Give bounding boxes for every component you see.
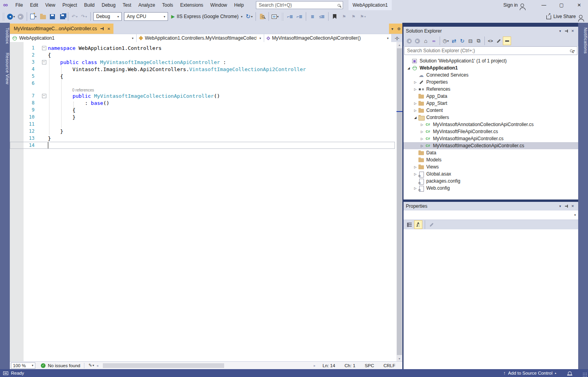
close-icon[interactable]: ✕ xyxy=(107,27,110,31)
tree-item[interactable]: ▷C#MyVintasoftImageApiController.cs xyxy=(404,135,578,142)
new-project-button[interactable]: ▾ xyxy=(29,12,38,21)
tree-item[interactable]: ▷Web.config xyxy=(404,185,578,192)
scroll-up-icon[interactable]: ▲ xyxy=(396,42,402,48)
indent-button[interactable]: ≣ xyxy=(308,12,317,21)
collapse-all-button[interactable]: ⊟ xyxy=(466,37,475,45)
solution-explorer-search-input[interactable] xyxy=(407,48,570,53)
window-position-menu-icon[interactable]: ▾ xyxy=(557,204,563,208)
menu-item-help[interactable]: Help xyxy=(231,0,248,10)
member-dropdown[interactable]: MyVintasoftImageCollectionApiController(… xyxy=(264,34,392,42)
sync-with-active-document-button[interactable]: ⇄ xyxy=(450,37,458,45)
tool-window-tab-resource-view[interactable]: Resource View xyxy=(0,49,10,88)
tree-item[interactable]: Connected Services xyxy=(404,71,578,79)
tree-item[interactable]: ▷References xyxy=(404,86,578,93)
tree-item[interactable]: ▷C#MyVintasoftFileApiController.cs xyxy=(404,128,578,135)
tree-collapsed-arrow-icon[interactable]: ▷ xyxy=(419,137,425,141)
show-all-files-button[interactable] xyxy=(495,37,503,45)
tree-item[interactable]: ▷C#MyVintasoftAnnotationCollectionApiCon… xyxy=(404,121,578,128)
code-line-7[interactable]: 7 public MyVintasoftImageCollectionApiCo… xyxy=(10,92,396,99)
code-cleanup-icon[interactable]: ✎ xyxy=(88,363,92,368)
preview-selected-items-button[interactable] xyxy=(503,37,511,45)
navigate-back-button[interactable]: ◄▾ xyxy=(7,12,15,21)
tree-item[interactable]: ▷C#MyVintasoftImageCollectionApiControll… xyxy=(404,142,578,149)
properties-grid[interactable] xyxy=(404,229,578,369)
scroll-left-icon[interactable]: ◂ xyxy=(97,364,99,368)
fold-collapse-icon[interactable] xyxy=(40,60,48,64)
scrollbar-thumb[interactable] xyxy=(103,363,224,368)
scroll-down-icon[interactable]: ▼ xyxy=(396,356,402,361)
pin-icon[interactable] xyxy=(563,204,570,208)
minimize-button[interactable]: — xyxy=(535,0,553,10)
spaces-indicator[interactable]: SPC xyxy=(365,363,374,368)
categorized-button[interactable] xyxy=(405,220,413,229)
menu-item-debug[interactable]: Debug xyxy=(98,0,119,10)
refresh-button[interactable]: ↻ xyxy=(458,37,466,45)
toolbar-grip[interactable] xyxy=(2,13,5,20)
outdent-button[interactable]: ≤≣ xyxy=(318,12,326,21)
code-line-8[interactable]: 8 : base() xyxy=(10,99,396,106)
horizontal-scrollbar[interactable] xyxy=(101,363,310,368)
tree-collapsed-arrow-icon[interactable]: ▷ xyxy=(413,102,418,105)
properties-title-bar[interactable]: Properties ▾ ✕ xyxy=(404,202,578,210)
line-indicator[interactable]: Ln: 14 xyxy=(323,363,335,368)
home-button[interactable]: ⌂ xyxy=(422,37,430,45)
toolbar-grip[interactable] xyxy=(281,13,284,20)
navigate-forward-button[interactable]: ► xyxy=(16,12,25,21)
code-lines[interactable]: 1namespace WebApplication1.Controllers2{… xyxy=(10,44,396,149)
tree-collapsed-arrow-icon[interactable]: ▷ xyxy=(413,88,418,91)
properties-shortcut-button[interactable]: ⧉ xyxy=(475,37,483,45)
tree-item[interactable]: ▷App_Start xyxy=(404,100,578,107)
code-line-10[interactable]: 10 } xyxy=(10,113,396,121)
pin-icon[interactable] xyxy=(563,29,570,33)
tree-item[interactable]: ◢Controllers xyxy=(404,114,578,121)
type-dropdown[interactable]: WebApplication1.Controllers.MyVintasoftI… xyxy=(137,34,264,42)
tree-item[interactable]: packages.config xyxy=(404,178,578,185)
code-line-1[interactable]: 1namespace WebApplication1.Controllers xyxy=(10,44,396,51)
save-button[interactable] xyxy=(48,12,57,21)
solution-explorer-title-bar[interactable]: Solution Explorer ▾ ✕ xyxy=(404,27,578,35)
line-ending-indicator[interactable]: CRLF xyxy=(383,363,395,368)
code-line-11[interactable]: 11 xyxy=(10,121,396,128)
tab-options-gear-button[interactable]: ⚙ xyxy=(396,24,402,34)
split-window-button[interactable]: ▴▾ xyxy=(392,34,402,42)
new-item-button[interactable]: ⌐≣ xyxy=(286,12,294,21)
sign-in-button[interactable]: Sign in xyxy=(499,0,528,10)
tree-collapsed-arrow-icon[interactable]: ▷ xyxy=(419,130,425,134)
menu-item-build[interactable]: Build xyxy=(80,0,98,10)
window-position-menu-icon[interactable]: ▾ xyxy=(557,29,563,33)
close-icon[interactable]: ✕ xyxy=(570,29,576,33)
code-line-4[interactable]: 4 Vintasoft.Imaging.Web.Api2Controllers.… xyxy=(10,66,396,73)
menu-item-edit[interactable]: Edit xyxy=(26,0,42,10)
tree-collapsed-arrow-icon[interactable]: ▷ xyxy=(413,81,418,84)
column-indicator[interactable]: Ch: 1 xyxy=(345,363,356,368)
menu-item-file[interactable]: File xyxy=(12,0,26,10)
tree-collapsed-arrow-icon[interactable]: ▷ xyxy=(413,187,418,190)
tree-expanded-arrow-icon[interactable]: ◢ xyxy=(406,66,411,70)
menu-item-extensions[interactable]: Extensions xyxy=(177,0,207,10)
save-all-button[interactable] xyxy=(57,12,66,21)
code-line-12[interactable]: 12 } xyxy=(10,128,396,135)
redo-button[interactable]: ↷▾ xyxy=(80,12,88,21)
document-tab[interactable]: MyVintasoftImageC...onApiController.cs ✕ xyxy=(10,24,113,34)
tab-overflow-button[interactable]: ▾ xyxy=(389,24,396,34)
issues-status-label[interactable]: No issues found xyxy=(48,363,80,368)
code-editor[interactable]: 1namespace WebApplication1.Controllers2{… xyxy=(10,42,402,361)
scroll-right-icon[interactable]: ▸ xyxy=(314,364,316,368)
code-line-14[interactable]: 14 xyxy=(10,142,395,149)
find-in-files-button[interactable] xyxy=(258,12,267,21)
tree-item[interactable]: ▷Views xyxy=(404,163,578,170)
fold-collapse-icon[interactable] xyxy=(40,94,48,98)
menu-item-window[interactable]: Window xyxy=(207,0,231,10)
tree-item[interactable]: ◢WebApplication1 xyxy=(404,64,578,71)
forward-button[interactable]: ► xyxy=(413,37,422,45)
tree-collapsed-arrow-icon[interactable]: ▷ xyxy=(413,165,418,169)
solution-explorer-search-box[interactable]: ▾ xyxy=(404,46,577,55)
code-line-13[interactable]: 13} xyxy=(10,135,396,142)
pin-icon[interactable] xyxy=(100,27,104,31)
previous-bookmark-button[interactable]: ⚑ xyxy=(340,12,349,21)
vertical-scrollbar[interactable]: ▲ ▼ xyxy=(396,42,402,361)
show-output-button[interactable]: ▾ xyxy=(271,12,279,21)
hot-reload-button[interactable]: ↻▾ xyxy=(245,12,254,21)
property-pages-button[interactable] xyxy=(427,220,436,229)
solution-configuration-dropdown[interactable]: Debug▾ xyxy=(93,12,122,21)
